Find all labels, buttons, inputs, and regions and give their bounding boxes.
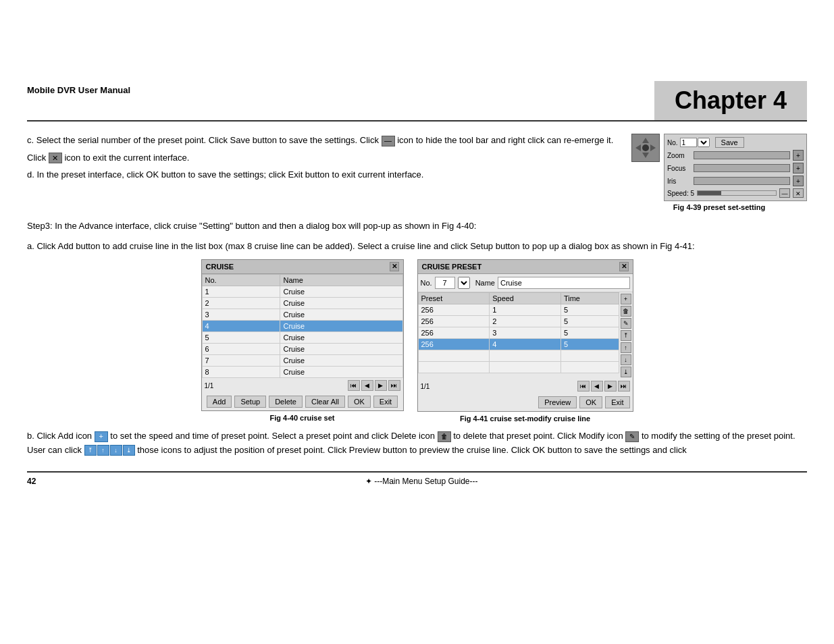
no-dropdown[interactable]: ▼	[698, 138, 710, 147]
cp-name-input[interactable]	[498, 277, 630, 289]
cruise-row-name: Cruise	[280, 309, 402, 321]
speed-row: Speed: 5 — ✕	[667, 188, 804, 198]
svg-marker-0	[642, 138, 649, 143]
cp-no-input[interactable]	[435, 277, 455, 289]
cp-nav-first-btn[interactable]: ⏮	[577, 381, 590, 392]
cruise-row-no: 5	[202, 332, 280, 344]
cp-up-btn[interactable]: ↑	[621, 342, 631, 353]
cruise-table-row[interactable]: 1Cruise	[202, 286, 402, 298]
exit-button[interactable]: Exit	[373, 396, 398, 408]
cp-row-time: 5	[561, 327, 619, 339]
cp-ok-button[interactable]: OK	[579, 396, 602, 408]
cruise-page: 1/1	[205, 382, 346, 390]
speed-minus-btn[interactable]: —	[779, 188, 790, 198]
cruise-row-no: 8	[202, 367, 280, 378]
delete-button[interactable]: Delete	[269, 396, 303, 408]
col-name: Name	[280, 275, 402, 286]
arrow-top-icon: ⤒	[84, 445, 97, 456]
zoom-bar	[694, 151, 790, 159]
preset-no-row: No. ▼ Save	[667, 137, 804, 148]
nav-next-btn[interactable]: ▶	[375, 380, 387, 391]
cruise-preset-dialog: CRUISE PRESET ✕ No. ▼ Name P	[417, 259, 633, 412]
speed-slider	[697, 190, 777, 196]
cp-row-preset-empty	[418, 362, 490, 373]
arrow-up-icon: ↑	[97, 445, 109, 456]
cp-up-top-btn[interactable]: ⤒	[621, 330, 631, 341]
paragraph-d: d. In the preset interface, click OK but…	[27, 168, 618, 182]
page-header: Mobile DVR User Manual Chapter 4	[27, 0, 807, 122]
cp-nav-next-btn[interactable]: ▶	[604, 381, 617, 392]
cp-trash-btn[interactable]: 🗑	[621, 306, 631, 317]
add-button[interactable]: Add	[207, 396, 232, 408]
no-input[interactable]	[680, 138, 697, 147]
cruise-table-row[interactable]: 4Cruise	[202, 321, 402, 332]
preview-button[interactable]: Preview	[538, 396, 577, 408]
preset-section: c. Select the serial number of the prese…	[27, 134, 807, 211]
chapter-badge: Chapter 4	[654, 81, 807, 120]
cruise-row-name: Cruise	[280, 332, 402, 344]
cp-nav-last-btn[interactable]: ⏭	[618, 381, 630, 392]
para-c-text4: icon to exit the current interface.	[64, 153, 189, 163]
cruise-title: CRUISE	[206, 263, 234, 271]
cp-table-row[interactable]: 25625	[418, 316, 619, 327]
cp-close-btn[interactable]: ✕	[619, 262, 629, 271]
save-button[interactable]: Save	[715, 137, 744, 148]
cp-row-speed: 4	[490, 339, 561, 350]
svg-marker-2	[635, 144, 641, 151]
cp-col-preset: Preset	[418, 293, 490, 304]
cruise-row-name: Cruise	[280, 286, 402, 298]
cruise-table-row[interactable]: 2Cruise	[202, 298, 402, 309]
cp-table-row[interactable]: 25645	[418, 339, 619, 350]
cp-add-btn[interactable]: +	[621, 294, 631, 304]
cp-row-preset: 256	[418, 339, 490, 350]
setup-button[interactable]: Setup	[234, 396, 266, 408]
cruise-table-row[interactable]: 7Cruise	[202, 355, 402, 367]
speed-x-btn[interactable]: ✕	[793, 188, 804, 198]
chapter-number: 4	[773, 86, 787, 115]
no-label: No.	[667, 139, 678, 146]
focus-row: Focus +	[667, 163, 804, 173]
cruise-table: No. Name 1Cruise2Cruise3Cruise4Cruise5Cr…	[202, 274, 403, 378]
bottom-text1: b. Click Add icon	[27, 431, 92, 441]
cruise-close-btn[interactable]: ✕	[390, 262, 399, 271]
nav-first-btn[interactable]: ⏮	[348, 380, 360, 391]
step3-text: Step3: In the Advance interface, click c…	[27, 219, 807, 233]
cp-buttons-row: Preview OK Exit	[418, 394, 633, 411]
clear-all-button[interactable]: Clear All	[305, 396, 345, 408]
cp-row-speed: 2	[490, 316, 561, 327]
cp-titlebar: CRUISE PRESET ✕	[418, 260, 633, 274]
modify-icon: ✎	[625, 431, 639, 442]
cp-table-row[interactable]: 25635	[418, 327, 619, 339]
cruise-row-name: Cruise	[280, 321, 402, 332]
cruise-table-row[interactable]: 5Cruise	[202, 332, 402, 344]
preset-ui-area: No. ▼ Save Zoom + Focus +	[631, 134, 807, 211]
preset-dialog-container: No. ▼ Save Zoom + Focus +	[631, 134, 807, 201]
cp-exit-button[interactable]: Exit	[605, 396, 629, 408]
cp-row-time-empty	[561, 350, 619, 362]
nav-last-btn[interactable]: ⏭	[388, 380, 400, 391]
cp-nav-prev-btn[interactable]: ◀	[591, 381, 603, 392]
cruise-dialogs-row: CRUISE ✕ No. Name 1Cruise2Cruise3Cruise4…	[27, 259, 807, 423]
cp-col-speed: Speed	[490, 293, 561, 304]
cp-down-btn[interactable]: ↓	[621, 354, 631, 365]
cp-table-row[interactable]: 25615	[418, 304, 619, 316]
cruise-table-row[interactable]: 8Cruise	[202, 367, 402, 378]
cruise-buttons-row: Add Setup Delete Clear All OK Exit	[202, 393, 403, 410]
cp-edit-btn[interactable]: ✎	[621, 318, 631, 329]
cruise-row-no: 2	[202, 298, 280, 309]
cruise-row-no: 3	[202, 309, 280, 321]
iris-label: Iris	[667, 178, 691, 185]
manual-title: Mobile DVR User Manual	[27, 81, 654, 120]
cruise-table-row[interactable]: 3Cruise	[202, 309, 402, 321]
cp-table-with-side: Preset Speed Time 25615256252563525645 +…	[418, 292, 633, 379]
ok-button[interactable]: OK	[348, 396, 371, 408]
nav-prev-btn[interactable]: ◀	[361, 380, 373, 391]
col-no: No.	[202, 275, 280, 286]
cp-down-bottom-btn[interactable]: ⤓	[621, 367, 631, 377]
fig39-caption: Fig 4-39 preset set-setting	[631, 203, 807, 211]
zoom-row: Zoom +	[667, 150, 804, 161]
cp-no-dropdown[interactable]: ▼	[458, 277, 470, 289]
cruise-table-row[interactable]: 6Cruise	[202, 344, 402, 355]
fig40-caption: Fig 4-40 cruise set	[201, 414, 404, 422]
cp-row-speed: 3	[490, 327, 561, 339]
